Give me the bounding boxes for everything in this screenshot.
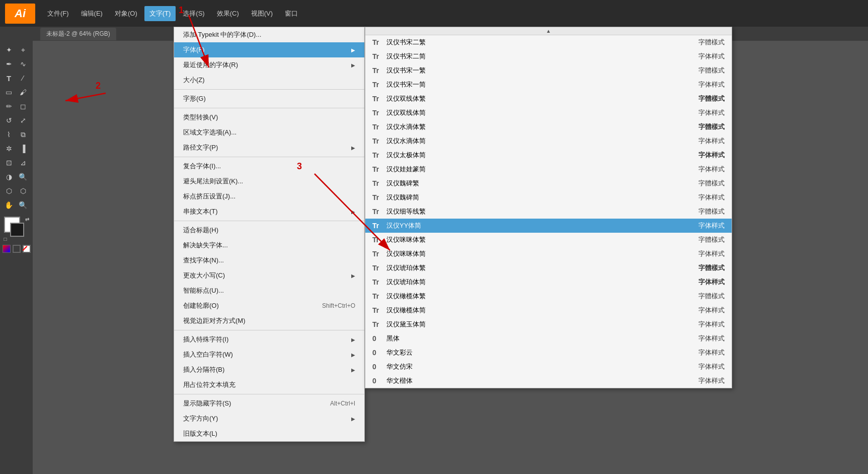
font-item-hanyi-shusong-yi-jian[interactable]: Tr汉仪书宋一简字体样式: [365, 78, 732, 92]
menu-text-direction[interactable]: 文字方向(Y) ▶: [174, 411, 364, 426]
menu-object[interactable]: 对象(O): [110, 6, 142, 21]
separator-5: [174, 330, 364, 330]
rectangle-tool[interactable]: ▭: [3, 86, 16, 99]
font-item-hanyi-chenlan-jian[interactable]: Tr汉仪橄榄体简字体样式: [365, 303, 732, 317]
font-item-hanyi-shusong-er-jian[interactable]: Tr汉仪书宋二简字体样式: [365, 49, 732, 63]
type-tool[interactable]: T: [3, 72, 16, 85]
graph-tool[interactable]: ▐: [17, 142, 30, 155]
menu-legacy-text[interactable]: 旧版文本(L): [174, 426, 364, 441]
font-list: Tr汉仪书宋二繁字體樣式Tr汉仪书宋二简字体样式Tr汉仪书宋一繁字體樣式Tr汉仪…: [365, 35, 732, 388]
scale-tool[interactable]: ⤢: [17, 114, 30, 127]
menu-path-type[interactable]: 路径文字(P) ▶: [174, 140, 364, 155]
menu-find-font[interactable]: 查找字体(N)...: [174, 253, 364, 268]
color-mode-none[interactable]: [23, 245, 31, 253]
menu-resolve-missing[interactable]: 解决缺失字体...: [174, 238, 364, 253]
tool-row-8: ⌇ ⧉: [3, 128, 31, 141]
menu-fill-placeholder[interactable]: 用占位符文本填充: [174, 377, 364, 392]
menu-file[interactable]: 文件(F): [42, 6, 74, 21]
tool-row-6: ✏ ◻: [3, 100, 31, 113]
menu-kinsoku[interactable]: 避头尾法则设置(K)...: [174, 174, 364, 189]
menu-effect[interactable]: 效果(C): [212, 6, 244, 21]
document-tab[interactable]: 未标题-2 @ 64% (RGB): [40, 28, 116, 40]
font-item-hanyi-weibei-jian[interactable]: Tr汉仪魏碑简字体样式: [365, 190, 732, 205]
type-menu-list: 添加 Typekit 中的字体(D)... 字体(F) ▶ 最近使用的字体(R)…: [174, 27, 365, 442]
curvature-tool[interactable]: ∿: [17, 57, 30, 71]
menu-thread-text[interactable]: 串接文本(T) ▶: [174, 204, 364, 219]
artboard-tool[interactable]: ⊡: [3, 156, 16, 169]
eraser-tool[interactable]: ◻: [17, 100, 30, 113]
stroke-swatch[interactable]: [10, 223, 24, 237]
scroll-up-indicator[interactable]: ▲: [365, 27, 732, 35]
font-item-hanyi-chenlan-fan[interactable]: Tr汉仪橄榄体繁字體樣式: [365, 289, 732, 303]
tool-row-4: T ∕: [3, 72, 31, 85]
submenu-arrow-7: ▶: [351, 352, 355, 358]
color-mode-gradient[interactable]: [13, 245, 21, 253]
svg-line-4: [65, 93, 106, 101]
menu-insert-whitespace[interactable]: 插入空白字符(W) ▶: [174, 347, 364, 362]
menu-create-outline[interactable]: 创建轮廓(O) Shift+Ctrl+O: [174, 298, 364, 313]
menu-recent-font[interactable]: 最近使用的字体(R) ▶: [174, 57, 364, 73]
menu-type[interactable]: 文字(T): [144, 6, 176, 21]
font-item-hanyi-weibei-fan[interactable]: Tr汉仪魏碑繁字體樣式: [365, 176, 732, 190]
paintbrush-tool[interactable]: 🖌: [17, 86, 30, 99]
menu-change-case[interactable]: 更改大小写(C) ▶: [174, 268, 364, 283]
zoom-tool[interactable]: 🔍: [17, 198, 30, 212]
menu-edit[interactable]: 编辑(E): [76, 6, 108, 21]
font-item-hanyi-shusong-yi-fan[interactable]: Tr汉仪书宋一繁字體樣式: [365, 63, 732, 78]
pen-tool[interactable]: ✒: [3, 57, 16, 71]
font-item-hanyi-liubo-fan[interactable]: Tr汉仪琥珀体繁字體樣式: [365, 261, 732, 275]
font-item-hanyi-liubo-jian[interactable]: Tr汉仪琥珀体简字体样式: [365, 275, 732, 289]
font-item-hanyi-shusonger-fan[interactable]: Tr汉仪书宋二繁字體樣式: [365, 35, 732, 49]
hand-tool[interactable]: ✋: [3, 198, 16, 212]
shortcut-create-outline: Shift+Ctrl+O: [322, 302, 355, 309]
magic-wand-tool[interactable]: ✦: [3, 43, 16, 56]
eyedropper-tool[interactable]: 🔍: [17, 170, 30, 183]
font-item-huawen-caiyun[interactable]: 0华文彩云字体样式: [365, 346, 732, 360]
blend-tool[interactable]: ⬡: [3, 184, 16, 197]
font-item-huawen-heiti[interactable]: 0华文楷体字体样式: [365, 374, 732, 388]
menu-add-typekit[interactable]: 添加 Typekit 中的字体(D)...: [174, 27, 364, 42]
menu-visual-margin[interactable]: 视觉边距对齐方式(M): [174, 313, 364, 328]
font-item-hanyi-shuanxian-jian[interactable]: Tr汉仪双线体简字体样式: [365, 106, 732, 120]
warp-tool[interactable]: ⌇: [3, 128, 16, 141]
menu-area-type[interactable]: 区域文字选项(A)...: [174, 125, 364, 140]
menu-insert-special[interactable]: 插入特殊字符(I) ▶: [174, 332, 364, 347]
default-colors-icon[interactable]: □: [4, 236, 7, 242]
line-tool[interactable]: ∕: [17, 72, 30, 85]
pencil-tool[interactable]: ✏: [3, 100, 16, 113]
menu-insert-break[interactable]: 插入分隔符(B) ▶: [174, 362, 364, 377]
menu-view[interactable]: 视图(V): [246, 6, 278, 21]
font-item-hanyi-shuiti-jian[interactable]: Tr汉仪水滴体简字体样式: [365, 134, 732, 148]
font-item-hanyi-xidengxian-fan[interactable]: Tr汉仪细等线繁字體樣式: [365, 205, 732, 219]
font-item-huawen-fangson[interactable]: 0华文仿宋字体样式: [365, 360, 732, 374]
menu-size[interactable]: 大小(Z): [174, 73, 364, 88]
menu-window[interactable]: 窗口: [280, 6, 303, 21]
left-toolbar: ▶ ▶ ✦ ⌖ ✒ ∿ T ∕ ▭ 🖌 ✏ ◻ ↺ ⤢ ⌇ ⧉ ✲ ▐ ⊡ ⊿: [0, 27, 33, 474]
live-paint-tool[interactable]: ⬡: [17, 184, 30, 197]
font-item-hanyi-shuanxian-fan[interactable]: Tr汉仪双线体繁字體樣式: [365, 92, 732, 106]
menu-type-convert[interactable]: 类型转换(V): [174, 110, 364, 125]
font-item-hanyi-shuiti-fan[interactable]: Tr汉仪水滴体繁字體樣式: [365, 120, 732, 134]
rotate-tool[interactable]: ↺: [3, 114, 16, 127]
menu-glyph[interactable]: 字形(G): [174, 91, 364, 106]
menu-composite[interactable]: 复合字体(I)...: [174, 159, 364, 174]
font-item-hanyi-mimi-jian[interactable]: Tr汉仪咪咪体简字体样式: [365, 247, 732, 261]
font-item-hanyi-feicui-jian[interactable]: Tr汉仪黛玉体简字体样式: [365, 317, 732, 331]
font-item-heiti[interactable]: 0黑体字体样式: [365, 331, 732, 346]
menu-font[interactable]: 字体(F) ▶: [174, 42, 364, 57]
gradient-tool[interactable]: ◑: [3, 170, 16, 183]
font-item-hanyi-taijiti-jian[interactable]: Tr汉仪太极体简字体样式: [365, 148, 732, 162]
lasso-tool[interactable]: ⌖: [17, 43, 30, 56]
color-mode-solid[interactable]: [3, 245, 11, 253]
symbol-sprayer-tool[interactable]: ✲: [3, 142, 16, 155]
font-item-hanyi-wawazhuanti-jian[interactable]: Tr汉仪娃娃篆简字体样式: [365, 162, 732, 176]
font-item-hanyi-yy-jian[interactable]: Tr汉仪YY体简字体样式: [365, 219, 732, 233]
free-transform-tool[interactable]: ⧉: [17, 128, 30, 141]
menu-smart-punct[interactable]: 智能标点(U)...: [174, 283, 364, 298]
font-item-hanyi-mimi-fan[interactable]: Tr汉仪咪咪体繁字體樣式: [365, 233, 732, 247]
menu-fit-headline[interactable]: 适合标题(H): [174, 223, 364, 238]
slice-tool[interactable]: ⊿: [17, 156, 30, 169]
menu-mojikumi[interactable]: 标点挤压设置(J)...: [174, 189, 364, 204]
menu-show-hidden[interactable]: 显示隐藏字符(S) Alt+Ctrl+I: [174, 396, 364, 411]
swap-colors-icon[interactable]: ⇄: [25, 217, 29, 222]
